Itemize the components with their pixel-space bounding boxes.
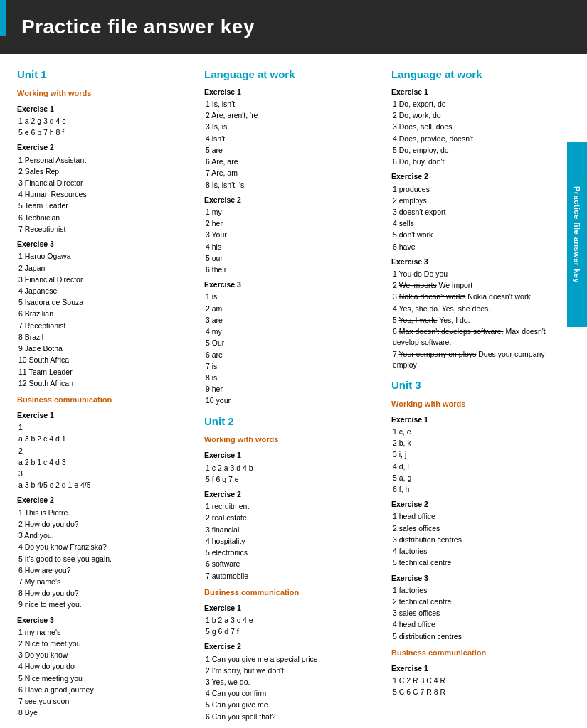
unit-title: Unit 1 (17, 67, 193, 82)
exercise-content: 1 b 2 a 3 c 4 e5 g 6 d 7 f (206, 615, 380, 637)
unit-title: Language at work (204, 67, 380, 82)
exercise-line: 5 Yes, I work. Yes, I do. (393, 315, 567, 326)
exercise-content: 1 c, e2 b, k3 i, j4 d, l5 a, g6 f, h (393, 427, 567, 495)
exercise-line: 2 sales offices (393, 523, 567, 534)
exercise-content: 1 Haruo Ogawa2 Japan3 Financial Director… (18, 251, 193, 389)
exercise-label: Exercise 1 (17, 410, 193, 421)
exercise-line: 1 my name's (18, 627, 193, 638)
strikethrough-text: Yes, she do. (399, 304, 440, 313)
exercise-content: 1 Is, isn't2 Are, aren't, 're3 Is, is4 i… (206, 99, 380, 191)
exercise-label: Exercise 2 (391, 499, 567, 510)
exercise-content: 1 Personal Assistant2 Sales Rep3 Financi… (18, 155, 193, 235)
exercise-line: 1 This is Pietre. (18, 508, 193, 518)
exercise-line: 5 our (206, 253, 380, 264)
exercise-line: 2 Sales Rep (18, 166, 193, 177)
exercise-line: 1 a 2 g 3 d 4 c (18, 116, 193, 127)
exercise-line: 3 distribution centres (393, 535, 567, 545)
exercise-line: 6 their (206, 264, 380, 275)
unit-title: Unit 2 (204, 414, 380, 429)
exercise-line: 2 How do you do? (18, 519, 193, 530)
exercise-line: 5 distribution centres (393, 631, 567, 642)
exercise-line: 2 Japan (18, 263, 193, 274)
exercise-line: 3 Yes, we do. (206, 677, 380, 687)
exercise-line: 1 C 2 R 3 C 4 R (393, 675, 567, 686)
exercise-line: 2 her (206, 218, 380, 229)
exercise-line: 3 And you. (18, 530, 193, 541)
exercise-content: 1 Do, export, do2 Do, work, do3 Does, se… (393, 99, 567, 167)
exercise-content: 1 c 2 a 3 d 4 b5 f 6 g 7 e (206, 463, 380, 485)
side-tab: Practice file answer key (567, 142, 587, 327)
exercise-content: 1 my2 her3 Your4 his5 our6 their (206, 207, 380, 275)
exercise-line: 9 Jade Botha (18, 343, 193, 354)
exercise-line: 5 Nice meeting you (18, 673, 193, 684)
exercise-line: 7 Are, am (206, 168, 380, 178)
exercise-line: 4 Can you confirm (206, 688, 380, 699)
exercise-line: a 3 b 2 c 4 d 1 (18, 434, 193, 444)
exercise-line: 5 e 6 b 7 h 8 f (18, 127, 193, 138)
exercise-line: 4 Yes, she do. Yes, she does. (393, 304, 567, 314)
exercise-line: 2 We imports We import (393, 280, 567, 291)
column-3: Language at workExercise 11 Do, export, … (386, 67, 573, 728)
strikethrough-text: You do (399, 269, 422, 278)
exercise-line: 6 Brazilian (18, 309, 193, 319)
exercise-content: 1 recruitment2 real estate3 financial4 h… (206, 501, 380, 582)
exercise-line: 2 b, k (393, 438, 567, 449)
exercise-line: 1 Do, export, do (393, 99, 567, 109)
exercise-label: Exercise 1 (17, 104, 193, 114)
unit-title: Unit 3 (391, 378, 567, 393)
exercise-line: 3 Is, is (206, 122, 380, 132)
exercise-line: 1 produces (393, 184, 567, 195)
exercise-line: 3 sales offices (393, 608, 567, 619)
exercise-content: 1 head office2 sales offices3 distributi… (393, 511, 567, 568)
section-title: Working with words (17, 88, 193, 100)
exercise-line: 6 f, h (393, 484, 567, 495)
exercise-line: 3 are (206, 315, 380, 326)
exercise-line: 1 Can you give me a special price (206, 654, 380, 665)
exercise-line: 3 financial (206, 525, 380, 535)
exercise-line: 3 Nokia doesn't works Nokia doesn't work (393, 291, 567, 302)
exercise-line: 6 Are, are (206, 156, 380, 167)
exercise-label: Exercise 2 (17, 142, 193, 153)
exercise-line: 8 How do you do? (18, 588, 193, 599)
exercise-line: 7 automobile (206, 571, 380, 582)
exercise-content: 1 factories2 technical centre3 sales off… (393, 585, 567, 642)
exercise-line: 4 head office (393, 619, 567, 630)
exercise-line: 1 is (206, 291, 380, 302)
exercise-label: Exercise 3 (17, 239, 193, 250)
exercise-line: 2 real estate (206, 513, 380, 523)
exercise-line: 6 How are you? (18, 565, 193, 576)
exercise-line: 1 (18, 422, 193, 433)
exercise-line: 5 Can you give me (206, 700, 380, 710)
side-tab-label: Practice file answer key (573, 186, 581, 283)
exercise-line: 10 South Africa (18, 355, 193, 365)
exercise-line: 3 Financial Director (18, 178, 193, 188)
exercise-line: 8 Brazil (18, 332, 193, 343)
strikethrough-text: Yes, I work. (399, 316, 438, 324)
exercise-line: 2 I'm sorry, but we don't (206, 665, 380, 676)
exercise-line: 1 b 2 a 3 c 4 e (206, 615, 380, 626)
exercise-line: 7 Receptionist (18, 224, 193, 235)
exercise-line: 6 Can you spell that? (206, 712, 380, 722)
exercise-line: 4 How do you do (18, 661, 193, 672)
exercise-line: 2 (18, 446, 193, 456)
exercise-line: 8 is (206, 373, 380, 383)
exercise-line: 5 C 6 C 7 R 8 R (393, 687, 567, 697)
exercise-content: 1 produces2 employs3 doesn't export4 sel… (393, 184, 567, 252)
exercise-line: 5 g 6 d 7 f (206, 626, 380, 637)
exercise-line: 1 head office (393, 511, 567, 522)
exercise-label: Exercise 2 (391, 171, 567, 182)
column-1: Unit 1Working with wordsExercise 11 a 2 … (14, 67, 199, 728)
exercise-line: 6 Technician (18, 213, 193, 223)
exercise-line: 3 doesn't export (393, 207, 567, 218)
exercise-line: 5 don't work (393, 230, 567, 240)
exercise-line: 4 Do you know Franziska? (18, 542, 193, 552)
exercise-line: 7 Receptionist (18, 321, 193, 331)
exercise-line: 3 Do you know (18, 650, 193, 660)
unit-title: Language at work (391, 67, 567, 82)
exercise-label: Exercise 3 (391, 573, 567, 584)
exercise-line: 2 Are, aren't, 're (206, 110, 380, 121)
exercise-label: Exercise 1 (391, 663, 567, 674)
main-content: Unit 1Working with wordsExercise 11 a 2 … (0, 54, 587, 728)
exercise-line: 7 My name's (18, 577, 193, 587)
strikethrough-text: Nokia doesn't works (399, 292, 466, 301)
